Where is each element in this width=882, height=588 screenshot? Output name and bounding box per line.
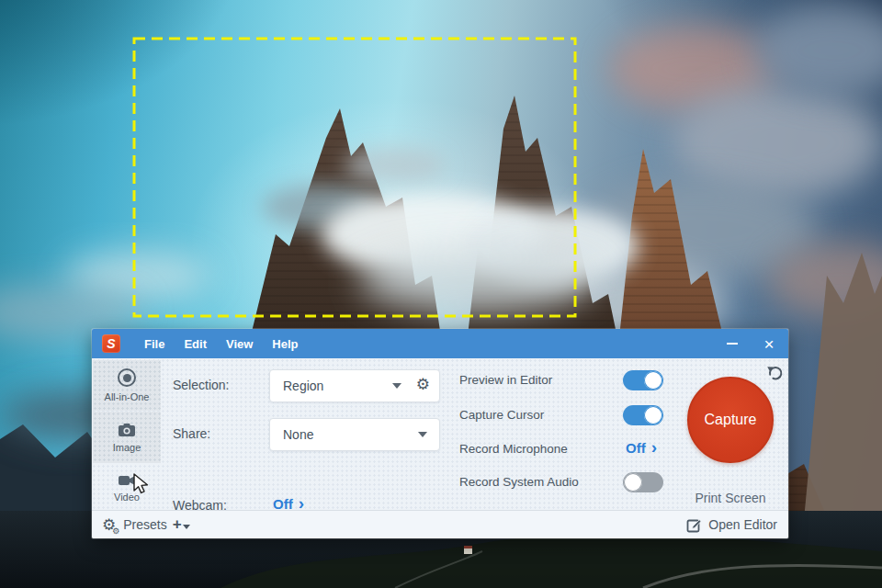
toggle-knob <box>624 473 642 492</box>
capture-cursor-label: Capture Cursor <box>459 402 544 428</box>
window-body: All-in-One Image Video <box>92 358 788 511</box>
preview-in-editor-toggle[interactable] <box>623 370 663 390</box>
logo-letter: S <box>107 336 115 351</box>
selection-value: Region <box>283 379 323 393</box>
desktop: S File Edit View Help × All-in-One <box>0 0 882 588</box>
preview-in-editor-label: Preview in Editor <box>459 368 552 393</box>
record-microphone-value: Off <box>626 440 646 456</box>
selection-label: Selection: <box>173 378 229 392</box>
share-value: None <box>283 427 313 442</box>
selection-gear-icon[interactable]: ⚙ <box>416 377 430 392</box>
caret-down-icon <box>392 383 401 389</box>
tab-label: Image <box>113 442 141 453</box>
all-in-one-icon <box>118 368 136 387</box>
menu-file[interactable]: File <box>144 337 164 351</box>
menu-bar: File Edit View Help <box>144 337 299 351</box>
minimize-button[interactable] <box>715 329 750 358</box>
menu-help[interactable]: Help <box>272 337 298 351</box>
record-system-audio-label: Record System Audio <box>459 469 579 495</box>
titlebar[interactable]: S File Edit View Help × <box>92 329 788 358</box>
open-editor-icon <box>686 517 702 533</box>
share-dropdown[interactable]: None <box>269 418 440 451</box>
tab-all-in-one[interactable]: All-in-One <box>93 360 161 411</box>
minimize-icon <box>727 343 738 345</box>
record-microphone-off-link[interactable]: Off › <box>626 439 657 457</box>
chevron-right-icon: › <box>651 438 657 456</box>
close-button[interactable]: × <box>750 329 788 358</box>
caret-down-icon <box>418 432 427 437</box>
open-editor-button[interactable]: Open Editor <box>686 517 777 533</box>
camera-icon <box>118 423 136 437</box>
cursor-pointer-icon <box>130 472 152 496</box>
tab-image[interactable]: Image <box>93 412 161 463</box>
capture-shortcut-label: Print Screen <box>680 491 781 505</box>
menu-edit[interactable]: Edit <box>184 337 207 351</box>
undo-icon[interactable] <box>765 364 784 382</box>
record-system-audio-toggle[interactable] <box>623 472 663 492</box>
caret-down-icon <box>183 525 190 529</box>
capture-button[interactable]: Capture <box>687 377 774 463</box>
share-label: Share: <box>173 426 210 441</box>
snagit-capture-window: S File Edit View Help × All-in-One <box>92 329 788 538</box>
window-controls: × <box>715 329 788 358</box>
capture-region-selection[interactable] <box>131 36 578 319</box>
menu-view[interactable]: View <box>226 337 253 351</box>
add-preset-button[interactable]: + <box>173 518 190 531</box>
open-editor-label: Open Editor <box>708 517 777 532</box>
presets-button[interactable]: ⚙⚙ Presets <box>102 517 167 533</box>
snagit-logo-icon: S <box>102 334 120 353</box>
small-gear-icon: ⚙ <box>112 527 119 536</box>
footer-bar: ⚙⚙ Presets + Open Editor <box>92 510 788 538</box>
plus-icon: + <box>173 518 182 531</box>
toggle-knob <box>644 371 662 390</box>
selection-dropdown[interactable]: Region ⚙ <box>269 369 440 402</box>
capture-cursor-toggle[interactable] <box>623 405 663 425</box>
capture-button-label: Capture <box>705 412 757 428</box>
toggle-knob <box>644 406 662 424</box>
tab-label: All-in-One <box>105 391 150 402</box>
record-microphone-label: Record Microphone <box>459 436 568 462</box>
presets-label: Presets <box>123 517 166 532</box>
presets-gear-icon: ⚙⚙ <box>102 517 116 533</box>
